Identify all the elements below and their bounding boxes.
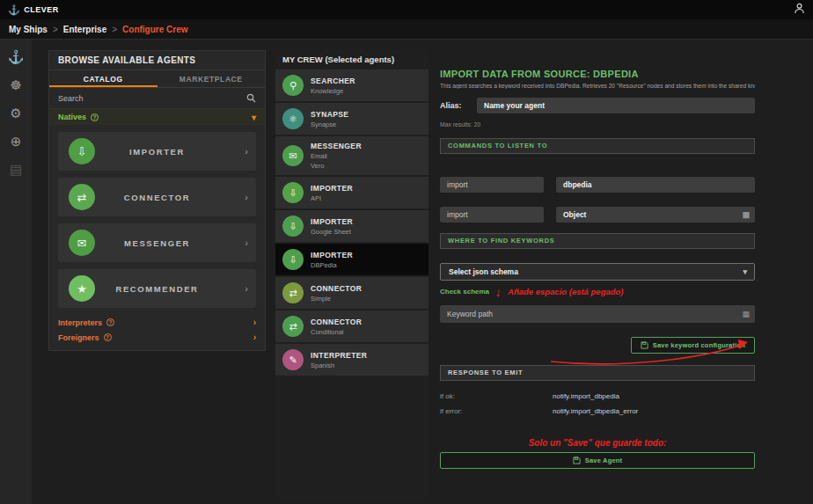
max-results-text: Max results: 20 (440, 121, 755, 128)
response-section-header: RESPONSE TO EMIT (440, 365, 755, 381)
field-picker-icon[interactable]: ▦ (742, 207, 750, 223)
crew-icon[interactable]: ☸ (10, 78, 21, 91)
chevron-right-icon: › (253, 318, 256, 327)
searcher-icon: ⚲ (282, 75, 304, 96)
annotation-arrow-icon: ↓ (494, 287, 502, 296)
group-interpreters[interactable]: Interpreters ? › (49, 315, 265, 330)
app-title: CLEVER (24, 5, 59, 14)
crew-item-interpreter-spanish[interactable]: ✎ INTERPRETER Spanish (275, 344, 428, 376)
crew-item-subtitle: Email (311, 152, 362, 160)
agent-config-panel: IMPORT DATA FROM SOURCE: DBPEDIA This ag… (440, 69, 755, 469)
crew-item-name: CONNECTOR (311, 318, 362, 326)
foreigners-label: Foreigners (58, 333, 99, 342)
help-icon[interactable]: ? (106, 318, 114, 326)
crew-item-connector-simple[interactable]: ⇄ CONNECTOR Simple (275, 277, 428, 309)
tab-marketplace[interactable]: MARKETPLACE (157, 70, 266, 87)
crew-item-name: IMPORTER (311, 217, 353, 226)
crew-item-connector-conditional[interactable]: ⇄ CONNECTOR Conditional (275, 310, 428, 342)
search-input[interactable]: Search (49, 88, 265, 109)
chevron-right-icon: › (253, 332, 256, 342)
interpreter-icon: ✎ (282, 349, 304, 370)
agents-icon[interactable]: ⚙ (10, 106, 21, 120)
breadcrumb-separator: > (53, 25, 58, 34)
command-input[interactable]: import (440, 177, 544, 193)
crew-item-messenger-email[interactable]: ✉ MESSENGER Email Vero (275, 136, 428, 175)
recommender-icon: ★ (69, 275, 95, 302)
crew-item-name: MESSENGER (311, 142, 362, 150)
catalog-card-importer[interactable]: ⇩ IMPORTER › (58, 132, 256, 171)
check-schema-row: Check schema ↓ Añade espacio (está pegad… (440, 287, 755, 296)
chevron-right-icon: › (245, 192, 248, 202)
crew-item-synapse[interactable]: ⚛ SYNAPSE Synapse (275, 103, 428, 135)
response-error-value: notify.import_dbpedia_error (553, 407, 638, 415)
app-logo[interactable]: ⚓ CLEVER (8, 4, 59, 16)
help-icon[interactable]: ? (104, 333, 112, 341)
browse-panel-title: BROWSE AVAILABLE AGENTS (49, 51, 265, 70)
messenger-icon: ✉ (282, 145, 304, 166)
importer-icon: ⇩ (282, 182, 304, 203)
search-placeholder: Search (58, 94, 246, 103)
check-schema-link[interactable]: Check schema (440, 288, 489, 296)
page-title: IMPORT DATA FROM SOURCE: DBPEDIA (440, 69, 755, 79)
save-agent-label: Save Agent (585, 457, 623, 464)
crew-item-subtitle: Simple (311, 295, 362, 303)
connector-icon: ⇄ (282, 316, 304, 337)
crew-item-name: INTERPRETER (311, 351, 367, 360)
help-icon[interactable]: ? (91, 113, 99, 121)
crew-item-subtitle: Google Sheet (311, 228, 353, 236)
network-icon[interactable]: ⊕ (11, 135, 22, 148)
alias-row: Alias: Name your agent (440, 98, 755, 113)
crew-item-importer-google-sheet[interactable]: ⇩ IMPORTER Google Sheet (275, 210, 428, 242)
keywords-section-header: WHERE TO FIND KEYWORDS (440, 233, 755, 249)
messenger-icon: ✉ (69, 230, 95, 256)
alias-input[interactable]: Name your agent (477, 98, 755, 113)
library-icon[interactable]: ▤ (10, 163, 22, 176)
importer-icon: ⇩ (282, 215, 304, 237)
group-natives[interactable]: Natives ? ▾ (49, 109, 265, 125)
tab-catalog[interactable]: CATALOG (49, 70, 157, 87)
crew-item-importer-api[interactable]: ⇩ IMPORTER API (275, 177, 428, 208)
crew-item-subtitle2: Vero (311, 162, 362, 170)
breadcrumb-enterprise[interactable]: Enterprise (63, 25, 106, 34)
save-agent-button[interactable]: Save Agent (440, 452, 755, 469)
search-icon (246, 91, 256, 106)
crew-item-subtitle: API (311, 194, 353, 202)
crew-item-name: CONNECTOR (311, 284, 362, 293)
catalog-card-recommender[interactable]: ★ RECOMMENDER › (58, 269, 256, 308)
importer-icon: ⇩ (69, 138, 95, 164)
synapse-icon: ⚛ (282, 108, 304, 129)
crew-item-searcher[interactable]: ⚲ SEARCHER Knowledge (275, 69, 428, 101)
connector-icon: ⇄ (69, 184, 95, 210)
crew-item-name: IMPORTER (311, 251, 353, 259)
breadcrumb-configure-crew: Configure Crew (122, 25, 187, 34)
user-icon[interactable] (794, 2, 805, 18)
browse-available-agents-panel: BROWSE AVAILABLE AGENTS CATALOG MARKETPL… (48, 50, 266, 351)
group-foreigners[interactable]: Foreigners ? › (49, 330, 265, 345)
response-ok-label: if ok: (440, 392, 553, 400)
json-schema-select[interactable]: Select json schema ▾ (440, 263, 755, 281)
connector-icon: ⇄ (282, 282, 304, 303)
breadcrumb-my-ships[interactable]: My Ships (9, 25, 48, 34)
crew-item-subtitle: Knowledge (311, 87, 355, 95)
catalog-card-messenger[interactable]: ✉ MESSENGER › (58, 223, 256, 262)
save-keyword-configuration-button[interactable]: Save keyword configuration (631, 337, 755, 354)
command-argument-value: Object (563, 210, 586, 219)
command-argument-input[interactable]: dbpedia (556, 177, 755, 193)
save-keyword-configuration-label: Save keyword configuration (653, 341, 745, 349)
catalog-card-connector[interactable]: ⇄ CONNECTOR › (58, 178, 256, 216)
crew-item-importer-dbpedia[interactable]: ⇩ IMPORTER DBPedia (275, 244, 428, 275)
natives-label: Natives (58, 113, 86, 121)
command-argument-input[interactable]: Object ▦ (556, 207, 755, 223)
my-crew-panel: MY CREW (Selected agents) ⚲ SEARCHER Kno… (275, 50, 428, 501)
crew-item-subtitle: Conditional (311, 328, 362, 336)
alias-label: Alias: (440, 101, 470, 110)
browse-tabs: CATALOG MARKETPLACE (49, 70, 265, 88)
command-input[interactable]: import (440, 207, 544, 223)
response-row: if ok: notify.import_dbpedia (440, 392, 755, 400)
ship-icon[interactable]: ⚓ (8, 50, 25, 63)
keyword-path-placeholder: Keyword path (447, 310, 493, 318)
chevron-right-icon: › (245, 146, 248, 157)
keyword-path-input[interactable]: Keyword path ▦ (440, 305, 755, 323)
crew-item-name: SEARCHER (311, 77, 355, 85)
field-picker-icon[interactable]: ▦ (742, 305, 750, 323)
